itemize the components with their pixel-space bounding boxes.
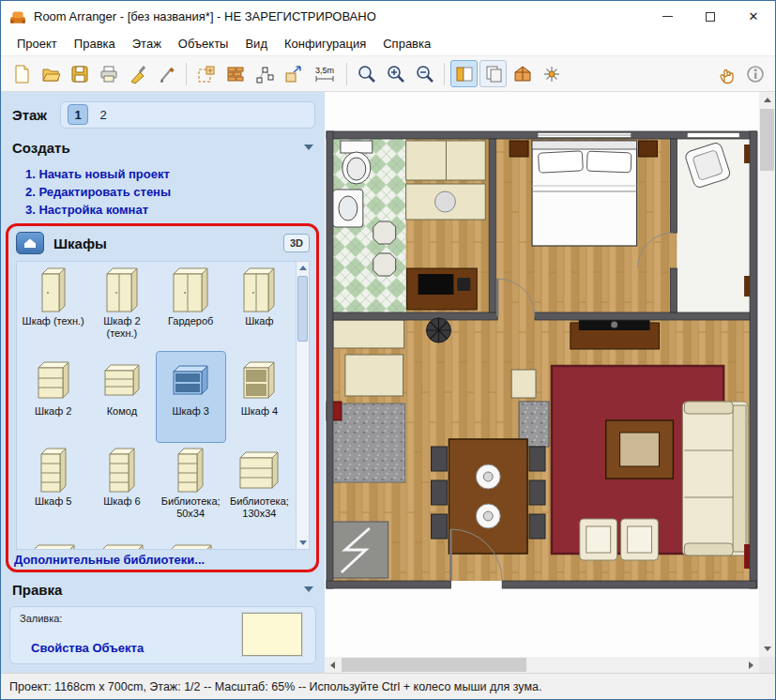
brick-wall-button[interactable]: [221, 60, 249, 87]
object-properties-link[interactable]: Свойства Объекта: [31, 641, 144, 655]
content: Этаж 1 2 Создать 1. Начать новый проект …: [1, 92, 775, 673]
putty-knife-button[interactable]: [124, 60, 151, 87]
cabinet-icon: [98, 266, 146, 314]
sidebar: Этаж 1 2 Создать 1. Начать новый проект …: [1, 92, 325, 673]
library-item[interactable]: Шкаф 5: [19, 442, 87, 532]
library-item[interactable]: Библиотека; 130x34: [225, 442, 294, 532]
maximize-button[interactable]: [689, 1, 732, 32]
link-new-project[interactable]: 1. Начать новый проект: [25, 165, 315, 183]
view-3d-toggle-button[interactable]: 3D: [283, 234, 310, 252]
new-file-button[interactable]: [8, 60, 35, 87]
save-icon: [69, 64, 90, 84]
menu-floor[interactable]: Этаж: [124, 33, 170, 54]
walkthrough-icon: [541, 64, 562, 84]
new-room-button[interactable]: [192, 60, 220, 87]
move-object-button[interactable]: [280, 60, 307, 87]
floor-tab-1[interactable]: 1: [68, 104, 88, 125]
horizontal-scrollbar[interactable]: [325, 657, 759, 673]
library-item-partial[interactable]: [157, 532, 225, 550]
library-scrollbar-thumb[interactable]: [297, 276, 308, 342]
link-room-setup[interactable]: 3. Настройка комнат: [25, 201, 315, 219]
menu-project[interactable]: Проект: [8, 33, 66, 54]
scroll-up-icon[interactable]: [759, 92, 775, 108]
toolbar: 3,5m: [1, 56, 775, 92]
copy-view-button[interactable]: [479, 60, 507, 87]
hand-pan-button[interactable]: [712, 60, 739, 87]
library-item[interactable]: Шкаф: [225, 262, 294, 352]
copy-view-icon: [483, 64, 504, 84]
floorplan-drawing: [325, 92, 759, 657]
floorplan-canvas[interactable]: [325, 92, 759, 657]
measure-button[interactable]: 3,5m: [309, 60, 341, 87]
floor-tabs: 1 2: [60, 101, 315, 129]
library-item[interactable]: Шкаф (техн.): [19, 262, 87, 352]
cabinets-title: Шкафы: [53, 236, 107, 251]
section-header-create[interactable]: Создать: [1, 135, 325, 160]
library-item[interactable]: Комод: [87, 352, 156, 442]
cabinet-icon: [98, 446, 146, 495]
vertical-scrollbar[interactable]: [759, 92, 775, 657]
walkthrough-button[interactable]: [538, 60, 565, 87]
menubar: Проект Правка Этаж Объекты Вид Конфигура…: [1, 32, 775, 56]
menu-help[interactable]: Справка: [374, 33, 439, 54]
library-item[interactable]: Шкаф 2 (техн.): [87, 262, 156, 352]
info-button[interactable]: [741, 60, 768, 87]
print-button[interactable]: [95, 60, 122, 87]
library-item[interactable]: Шкаф 2: [19, 352, 87, 442]
link-edit-walls[interactable]: 2. Редактировать стены: [25, 183, 315, 201]
open-folder-icon: [40, 64, 61, 84]
library-item[interactable]: Библиотека; 50x34: [157, 442, 225, 532]
section-header-edit[interactable]: Правка: [1, 577, 325, 601]
scroll-right-icon[interactable]: [743, 657, 759, 673]
floor-tab-2[interactable]: 2: [93, 104, 114, 125]
library-item-label: Шкаф: [245, 315, 273, 327]
zoom-in-button[interactable]: [382, 60, 409, 87]
zoom-out-button[interactable]: [411, 60, 438, 87]
window-title: Room Arranger - [без названия*] - НЕ ЗАР…: [34, 9, 646, 23]
cabinet-icon: [166, 356, 215, 404]
library-item-partial[interactable]: [19, 532, 87, 550]
horizontal-scrollbar-thumb[interactable]: [342, 658, 526, 672]
vertical-scrollbar-thumb[interactable]: [760, 109, 774, 171]
edit-title: Правка: [12, 582, 62, 598]
toolbar-separator: [186, 63, 187, 85]
more-libraries-link[interactable]: Дополнительные библиотеки...: [14, 553, 205, 567]
floor-row: Этаж 1 2: [12, 100, 315, 129]
collapse-arrow-icon[interactable]: [304, 586, 313, 592]
library-item[interactable]: Шкаф 4: [225, 352, 294, 442]
fill-swatch[interactable]: [242, 613, 302, 656]
library-item-selected[interactable]: Шкаф 3: [157, 352, 225, 442]
open-folder-button[interactable]: [37, 60, 64, 87]
draw-pen-button[interactable]: [153, 60, 180, 87]
scroll-down-icon[interactable]: [759, 641, 775, 657]
edit-points-button[interactable]: [251, 60, 278, 87]
library-item-partial[interactable]: [87, 532, 156, 550]
library-scrollbar[interactable]: [296, 262, 309, 549]
menu-objects[interactable]: Объекты: [170, 33, 237, 54]
library-item[interactable]: Гардероб: [157, 262, 225, 352]
house-icon: [23, 236, 38, 250]
close-icon: ✕: [749, 9, 759, 23]
cabinet-icon: [235, 446, 283, 495]
menu-view[interactable]: Вид: [236, 33, 276, 54]
view-3d-button[interactable]: [509, 60, 536, 87]
minimize-button[interactable]: [646, 1, 689, 32]
close-button[interactable]: ✕: [732, 1, 775, 32]
zoom-window-icon: [357, 64, 377, 84]
library-item-label: Шкаф (техн.): [23, 315, 84, 327]
menu-edit[interactable]: Правка: [66, 33, 124, 54]
menu-configuration[interactable]: Конфигурация: [276, 33, 374, 54]
new-file-icon: [11, 64, 32, 84]
scroll-up-icon[interactable]: [297, 262, 309, 274]
side-panel-toggle-button[interactable]: [450, 60, 478, 87]
save-button[interactable]: [66, 60, 93, 87]
brick-wall-icon: [225, 64, 246, 84]
scroll-down-icon[interactable]: [297, 537, 309, 549]
library-home-button[interactable]: [16, 232, 44, 254]
library-item[interactable]: Шкаф 6: [87, 442, 156, 532]
scroll-left-icon[interactable]: [325, 657, 341, 673]
zoom-window-button[interactable]: [353, 60, 380, 87]
collapse-arrow-icon[interactable]: [304, 145, 313, 150]
move-object-icon: [283, 64, 304, 84]
cabinet-icon: [29, 356, 78, 404]
